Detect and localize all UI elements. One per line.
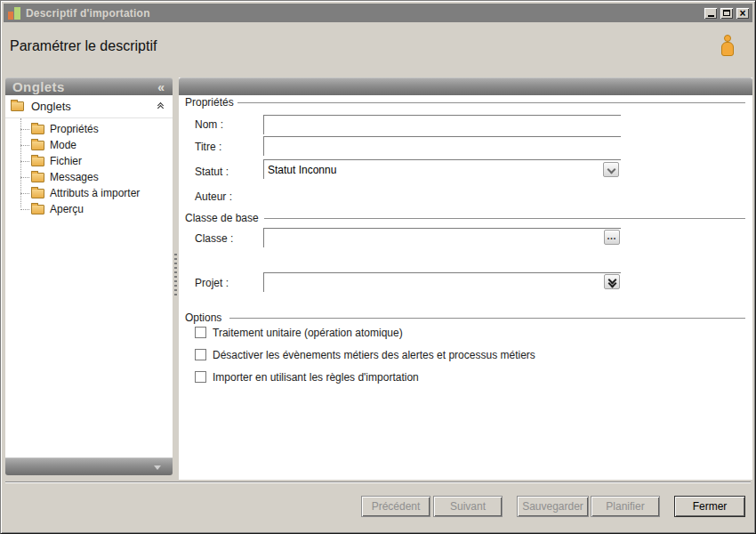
nom-field-box	[263, 115, 621, 134]
panel-splitter[interactable]	[173, 77, 179, 480]
minimize-button[interactable]	[704, 7, 718, 20]
folder-icon	[31, 157, 44, 166]
nom-label: Nom :	[195, 118, 223, 131]
tree-item-label: Attributs à importer	[50, 187, 140, 199]
checkbox-traitement-unitaire[interactable]	[195, 327, 206, 338]
fermer-button[interactable]: Fermer	[674, 496, 745, 517]
collapse-all-icon[interactable]	[158, 103, 163, 110]
main-panel: Propriétés Nom : Titre : Statut : Statut…	[179, 77, 752, 480]
app-icon	[7, 5, 21, 20]
tree-item-proprietes[interactable]: Propriétés	[5, 121, 173, 137]
tree-items: Propriétés Mode Fichier Messages Attribu…	[5, 118, 173, 217]
double-chevron-down-icon	[609, 279, 615, 286]
tree-item-messages[interactable]: Messages	[5, 169, 173, 185]
close-button[interactable]: ×	[736, 7, 750, 20]
footer-divider	[5, 481, 751, 483]
folder-icon	[11, 101, 24, 111]
tree-item-label: Mode	[50, 139, 76, 151]
section-divider	[237, 102, 745, 103]
section-divider	[264, 218, 745, 219]
app-icon-orange-block	[8, 12, 13, 20]
tree-root-onglets[interactable]: Onglets	[5, 95, 173, 118]
window-controls: ×	[704, 7, 752, 20]
sidebar-title: Onglets	[5, 79, 65, 94]
chevron-down-icon	[607, 166, 615, 174]
projet-input[interactable]	[264, 273, 621, 292]
tree-item-apercu[interactable]: Aperçu	[5, 201, 173, 217]
projet-field-box	[263, 272, 621, 292]
checkbox-label: Traitement unitaire (opération atomique)	[213, 327, 403, 339]
close-icon: ×	[739, 9, 745, 18]
classe-input[interactable]	[264, 229, 621, 247]
person-icon-body	[721, 42, 734, 56]
folder-icon	[31, 205, 44, 214]
title-bar: Descriptif d'importation ×	[4, 4, 752, 22]
app-icon-green-block	[14, 7, 20, 20]
sidebar: Onglets « Onglets Propriétés Mode	[5, 77, 173, 475]
classe-browse-button[interactable]: …	[604, 230, 620, 245]
chevron-down-icon[interactable]	[154, 465, 161, 470]
projet-label: Projet :	[195, 277, 229, 289]
person-icon	[720, 35, 736, 58]
checkbox-label: Importer en utilisant les règles d'impor…	[213, 371, 419, 384]
statut-selected-value: Statut Inconnu	[264, 164, 336, 176]
statut-combobox[interactable]: Statut Inconnu	[263, 159, 621, 179]
classe-field-box	[263, 228, 621, 247]
tree-item-mode[interactable]: Mode	[5, 137, 173, 153]
section-classe-legend: Classe de base	[185, 212, 259, 224]
checkbox-label: Désactiver les évènements métiers des al…	[213, 349, 535, 361]
checkbox-importer-regles[interactable]	[195, 371, 206, 383]
window-frame: Descriptif d'importation × Paramétrer le…	[0, 0, 756, 534]
maximize-icon	[723, 10, 730, 16]
tree-item-fichier[interactable]: Fichier	[5, 153, 173, 169]
tree-item-label: Fichier	[50, 155, 82, 167]
tree-item-attributs[interactable]: Attributs à importer	[5, 185, 173, 201]
window-title: Descriptif d'importation	[26, 7, 150, 20]
tree-item-label: Messages	[50, 171, 99, 183]
projet-dropdown-button[interactable]	[604, 274, 620, 289]
statut-label: Statut :	[195, 166, 229, 178]
person-icon-head	[724, 35, 731, 42]
tabs-tree: Onglets Propriétés Mode Fichier	[5, 95, 173, 457]
auteur-label: Auteur :	[195, 190, 232, 203]
ellipsis-icon: …	[607, 233, 617, 239]
classe-label: Classe :	[195, 232, 233, 245]
titre-label: Titre :	[195, 141, 221, 153]
folder-icon	[31, 141, 44, 150]
sidebar-footer	[5, 457, 173, 475]
tree-item-label: Aperçu	[50, 203, 84, 215]
collapse-panel-icon[interactable]: «	[157, 83, 173, 92]
checkbox-desactiver-evenements[interactable]	[195, 349, 206, 360]
nom-input[interactable]	[264, 116, 621, 134]
splitter-grip[interactable]	[174, 254, 177, 296]
minimize-icon	[708, 15, 714, 17]
section-divider	[229, 318, 745, 319]
maximize-button[interactable]	[720, 7, 734, 20]
page-title: Paramétrer le descriptif	[10, 38, 157, 54]
sauvegarder-button[interactable]: Sauvegarder	[517, 496, 589, 517]
section-proprietes-legend: Propriétés	[185, 96, 234, 109]
precedent-button[interactable]: Précédent	[361, 496, 430, 517]
titre-field-box	[263, 136, 621, 156]
tree-root-label: Onglets	[31, 100, 71, 113]
folder-icon	[31, 189, 44, 198]
suivant-button[interactable]: Suivant	[433, 496, 503, 517]
statut-dropdown-button[interactable]	[603, 162, 619, 177]
tree-item-label: Propriétés	[50, 123, 99, 135]
planifier-button[interactable]: Planifier	[591, 496, 660, 517]
folder-icon	[31, 173, 44, 182]
main-panel-header	[179, 77, 752, 95]
folder-icon	[31, 125, 44, 134]
sidebar-header: Onglets «	[5, 77, 173, 95]
section-options-legend: Options	[185, 312, 221, 324]
titre-input[interactable]	[264, 137, 621, 156]
